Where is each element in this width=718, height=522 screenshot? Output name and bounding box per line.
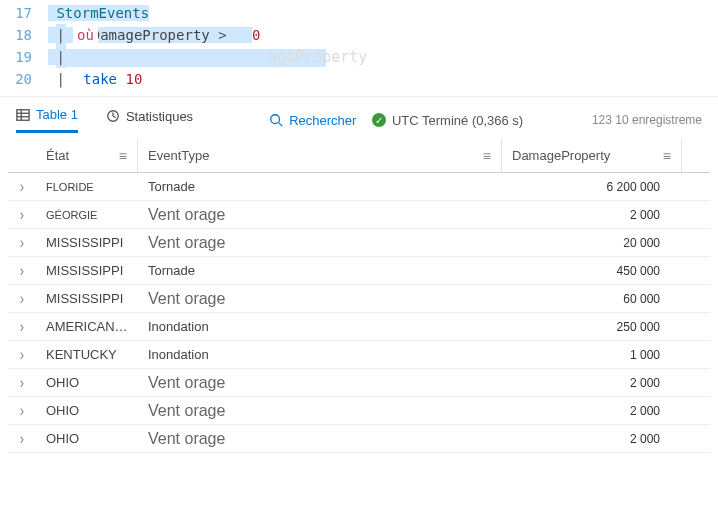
- code-editor[interactable]: 17 18 19 20 StormEvents | DamageProperty…: [0, 0, 718, 96]
- cell-eventtype: Vent orage: [138, 290, 502, 308]
- tab-label: Statistiques: [126, 109, 193, 124]
- cell-eventtype: Vent orage: [138, 234, 502, 252]
- column-menu-icon[interactable]: ≡: [119, 148, 127, 164]
- table-row[interactable]: ›FLORIDETornade6 200 000: [8, 173, 710, 201]
- table-row[interactable]: ›OHIOVent orage2 000: [8, 369, 710, 397]
- column-eventtype[interactable]: EventType ≡: [138, 139, 502, 172]
- cell-state: OHIO: [36, 375, 138, 390]
- column-damage[interactable]: DamageProperty ≡: [502, 139, 682, 172]
- status-ok-icon: ✓: [372, 113, 386, 127]
- expand-row-icon[interactable]: ›: [8, 375, 36, 390]
- cell-state: GÉORGIE: [36, 209, 138, 221]
- cell-state: MISSISSIPPI: [36, 291, 138, 306]
- svg-line-6: [113, 116, 116, 118]
- column-menu-icon[interactable]: ≡: [663, 148, 671, 164]
- cell-damage: 1 000: [502, 348, 682, 362]
- line-gutter: 17 18 19 20: [0, 2, 48, 90]
- code-area[interactable]: StormEvents | DamageProperty > 0 | | tak…: [48, 2, 718, 90]
- cell-eventtype: Vent orage: [138, 430, 502, 448]
- tab-table[interactable]: Table 1: [16, 107, 78, 133]
- expand-row-icon[interactable]: ›: [8, 263, 36, 278]
- table-row[interactable]: ›OHIOVent orage2 000: [8, 425, 710, 453]
- line-number: 17: [0, 2, 32, 24]
- results-table: État ≡ EventType ≡ DamageProperty ≡ ›FLO…: [0, 139, 718, 453]
- table-row[interactable]: ›GÉORGIEVent orage2 000: [8, 201, 710, 229]
- cell-eventtype: Tornade: [138, 179, 502, 194]
- table-icon: [16, 108, 30, 122]
- svg-line-8: [279, 123, 283, 127]
- code-token: >: [218, 27, 226, 43]
- expand-row-icon[interactable]: ›: [8, 431, 36, 446]
- cell-eventtype: Inondation: [138, 319, 502, 334]
- code-token: DamageProperty: [92, 27, 210, 43]
- column-label: EventType: [148, 148, 209, 163]
- status-text: UTC Terminé (0,366 s): [392, 113, 523, 128]
- cell-damage: 60 000: [502, 292, 682, 306]
- svg-point-7: [271, 115, 280, 124]
- column-state[interactable]: État ≡: [36, 139, 138, 172]
- svg-rect-0: [17, 109, 29, 120]
- row-count: 123 10 enregistreme: [592, 113, 702, 127]
- cell-eventtype: Tornade: [138, 263, 502, 278]
- column-menu-icon[interactable]: ≡: [483, 148, 491, 164]
- cell-state: FLORIDE: [36, 181, 138, 193]
- column-label: DamageProperty: [512, 148, 610, 163]
- cell-damage: 6 200 000: [502, 180, 682, 194]
- line-number: 19: [0, 46, 32, 68]
- code-token: take: [83, 71, 117, 87]
- cell-damage: 20 000: [502, 236, 682, 250]
- cell-eventtype: Inondation: [138, 347, 502, 362]
- code-token: StormEvents: [56, 5, 149, 21]
- cell-state: OHIO: [36, 403, 138, 418]
- expand-row-icon[interactable]: ›: [8, 347, 36, 362]
- expand-row-icon[interactable]: ›: [8, 179, 36, 194]
- table-header: État ≡ EventType ≡ DamageProperty ≡: [8, 139, 710, 173]
- translate-overlay: où: [73, 23, 98, 47]
- table-row[interactable]: ›MISSISSIPPITornade450 000: [8, 257, 710, 285]
- clock-icon: [106, 109, 120, 123]
- cell-state: MISSISSIPPI: [36, 263, 138, 278]
- code-token: 0: [252, 27, 260, 43]
- cell-damage: 250 000: [502, 320, 682, 334]
- line-number: 20: [0, 68, 32, 90]
- cell-state: OHIO: [36, 431, 138, 446]
- search-icon: [269, 113, 283, 127]
- table-row[interactable]: ›MISSISSIPPIVent orage20 000: [8, 229, 710, 257]
- expand-row-icon[interactable]: ›: [8, 403, 36, 418]
- cell-eventtype: Vent orage: [138, 206, 502, 224]
- cell-eventtype: Vent orage: [138, 374, 502, 392]
- table-row[interactable]: ›MISSISSIPPIVent orage60 000: [8, 285, 710, 313]
- cell-state: KENTUCKY: [36, 347, 138, 362]
- cell-eventtype: Vent orage: [138, 402, 502, 420]
- result-tabs: Table 1 Statistiques Rechercher ✓ UTC Te…: [0, 96, 718, 133]
- cell-damage: 450 000: [502, 264, 682, 278]
- tab-label: Table 1: [36, 107, 78, 122]
- table-body: ›FLORIDETornade6 200 000›GÉORGIEVent ora…: [8, 173, 710, 453]
- table-row[interactable]: ›KENTUCKYInondation1 000: [8, 341, 710, 369]
- column-label: État: [46, 148, 69, 163]
- cell-state: MISSISSIPPI: [36, 235, 138, 250]
- expand-row-icon[interactable]: ›: [8, 207, 36, 222]
- expand-row-icon[interactable]: ›: [8, 291, 36, 306]
- table-row[interactable]: ›AMERICAN…Inondation250 000: [8, 313, 710, 341]
- tab-stats[interactable]: Statistiques: [106, 109, 193, 132]
- search-label: Rechercher: [289, 113, 356, 128]
- expand-row-icon[interactable]: ›: [8, 319, 36, 334]
- code-token: 10: [125, 71, 142, 87]
- cell-damage: 2 000: [502, 404, 682, 418]
- cell-damage: 2 000: [502, 432, 682, 446]
- table-row[interactable]: ›OHIOVent orage2 000: [8, 397, 710, 425]
- cell-state: AMERICAN…: [36, 319, 138, 334]
- cell-damage: 2 000: [502, 376, 682, 390]
- search-and-status[interactable]: Rechercher ✓ UTC Terminé (0,366 s): [269, 113, 523, 128]
- expand-row-icon[interactable]: ›: [8, 235, 36, 250]
- line-number: 18: [0, 24, 32, 46]
- cell-damage: 2 000: [502, 208, 682, 222]
